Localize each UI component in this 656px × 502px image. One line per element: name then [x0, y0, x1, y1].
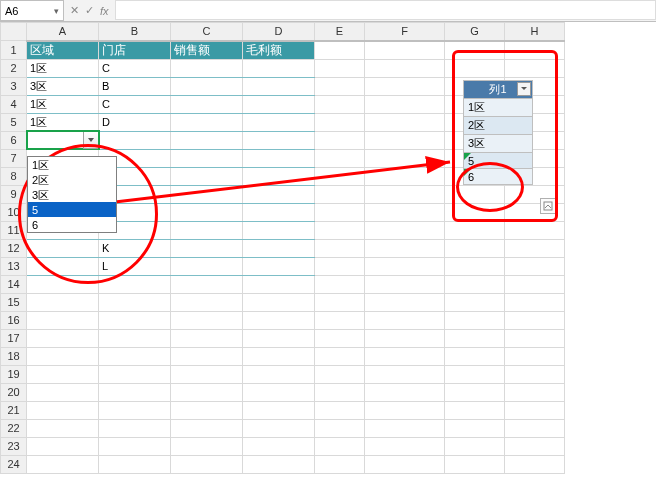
col-header-C[interactable]: C	[171, 23, 243, 41]
cell-E13[interactable]	[315, 257, 365, 275]
cell-B6[interactable]	[99, 131, 171, 149]
cell-E15[interactable]	[315, 293, 365, 311]
cell-F21[interactable]	[365, 401, 445, 419]
row-header-14[interactable]: 14	[1, 275, 27, 293]
cell-D17[interactable]	[243, 329, 315, 347]
cell-E20[interactable]	[315, 383, 365, 401]
cell-G20[interactable]	[445, 383, 505, 401]
cell-B14[interactable]	[99, 275, 171, 293]
cell-A21[interactable]	[27, 401, 99, 419]
cell-E24[interactable]	[315, 455, 365, 473]
cell-A23[interactable]	[27, 437, 99, 455]
row-header-5[interactable]: 5	[1, 113, 27, 131]
mini-table-header[interactable]: 列1	[464, 81, 533, 99]
cell-D14[interactable]	[243, 275, 315, 293]
cell-E1[interactable]	[315, 41, 365, 60]
cell-C22[interactable]	[171, 419, 243, 437]
col-header-H[interactable]: H	[505, 23, 565, 41]
cell-C23[interactable]	[171, 437, 243, 455]
cell-G13[interactable]	[445, 257, 505, 275]
cell-A4[interactable]: 1区	[27, 95, 99, 113]
cell-H14[interactable]	[505, 275, 565, 293]
row-header-16[interactable]: 16	[1, 311, 27, 329]
row-header-24[interactable]: 24	[1, 455, 27, 473]
row-header-2[interactable]: 2	[1, 59, 27, 77]
cell-G10[interactable]	[445, 203, 505, 221]
row-header-7[interactable]: 7	[1, 149, 27, 167]
cell-C20[interactable]	[171, 383, 243, 401]
dropdown-option[interactable]: 5	[28, 202, 116, 217]
cell-H20[interactable]	[505, 383, 565, 401]
cell-C21[interactable]	[171, 401, 243, 419]
row-header-21[interactable]: 21	[1, 401, 27, 419]
cell-G19[interactable]	[445, 365, 505, 383]
cell-A16[interactable]	[27, 311, 99, 329]
cell-E16[interactable]	[315, 311, 365, 329]
row-header-8[interactable]: 8	[1, 167, 27, 185]
cell-H15[interactable]	[505, 293, 565, 311]
formula-input[interactable]	[115, 0, 656, 20]
cell-H11[interactable]	[505, 221, 565, 239]
validation-dropdown[interactable]: 1区2区3区56	[27, 156, 117, 233]
cell-A19[interactable]	[27, 365, 99, 383]
cell-B3[interactable]: B	[99, 77, 171, 95]
cell-E7[interactable]	[315, 149, 365, 167]
cell-E12[interactable]	[315, 239, 365, 257]
cell-C15[interactable]	[171, 293, 243, 311]
cell-B21[interactable]	[99, 401, 171, 419]
cell-F13[interactable]	[365, 257, 445, 275]
dropdown-option[interactable]: 1区	[28, 157, 116, 172]
cell-C16[interactable]	[171, 311, 243, 329]
cell-A17[interactable]	[27, 329, 99, 347]
cell-H16[interactable]	[505, 311, 565, 329]
cell-E10[interactable]	[315, 203, 365, 221]
cell-C9[interactable]	[171, 185, 243, 203]
cell-G14[interactable]	[445, 275, 505, 293]
cell-A2[interactable]: 1区	[27, 59, 99, 77]
cell-B20[interactable]	[99, 383, 171, 401]
select-all-corner[interactable]	[1, 23, 27, 41]
cell-C1[interactable]: 销售额	[171, 41, 243, 60]
cell-E22[interactable]	[315, 419, 365, 437]
cell-C8[interactable]	[171, 167, 243, 185]
cell-C7[interactable]	[171, 149, 243, 167]
row-header-4[interactable]: 4	[1, 95, 27, 113]
cell-C24[interactable]	[171, 455, 243, 473]
cell-H1[interactable]	[505, 41, 565, 60]
cell-H18[interactable]	[505, 347, 565, 365]
cell-A20[interactable]	[27, 383, 99, 401]
col-header-A[interactable]: A	[27, 23, 99, 41]
cell-A18[interactable]	[27, 347, 99, 365]
cell-D16[interactable]	[243, 311, 315, 329]
cell-H22[interactable]	[505, 419, 565, 437]
cell-D21[interactable]	[243, 401, 315, 419]
cell-D24[interactable]	[243, 455, 315, 473]
cell-F8[interactable]	[365, 167, 445, 185]
row-header-23[interactable]: 23	[1, 437, 27, 455]
cell-H23[interactable]	[505, 437, 565, 455]
row-header-1[interactable]: 1	[1, 41, 27, 60]
cell-D4[interactable]	[243, 95, 315, 113]
cell-D12[interactable]	[243, 239, 315, 257]
mini-table-cell[interactable]: 5	[464, 153, 533, 169]
row-header-15[interactable]: 15	[1, 293, 27, 311]
col-header-B[interactable]: B	[99, 23, 171, 41]
cell-F23[interactable]	[365, 437, 445, 455]
row-header-6[interactable]: 6	[1, 131, 27, 149]
auto-fill-options-button[interactable]	[540, 198, 556, 214]
cell-C2[interactable]	[171, 59, 243, 77]
cell-G18[interactable]	[445, 347, 505, 365]
cell-H17[interactable]	[505, 329, 565, 347]
cell-C10[interactable]	[171, 203, 243, 221]
cell-F19[interactable]	[365, 365, 445, 383]
cell-F17[interactable]	[365, 329, 445, 347]
cell-E3[interactable]	[315, 77, 365, 95]
row-header-20[interactable]: 20	[1, 383, 27, 401]
row-header-18[interactable]: 18	[1, 347, 27, 365]
cell-F16[interactable]	[365, 311, 445, 329]
cell-F1[interactable]	[365, 41, 445, 60]
cell-D9[interactable]	[243, 185, 315, 203]
cell-A22[interactable]	[27, 419, 99, 437]
cell-F5[interactable]	[365, 113, 445, 131]
cell-G23[interactable]	[445, 437, 505, 455]
